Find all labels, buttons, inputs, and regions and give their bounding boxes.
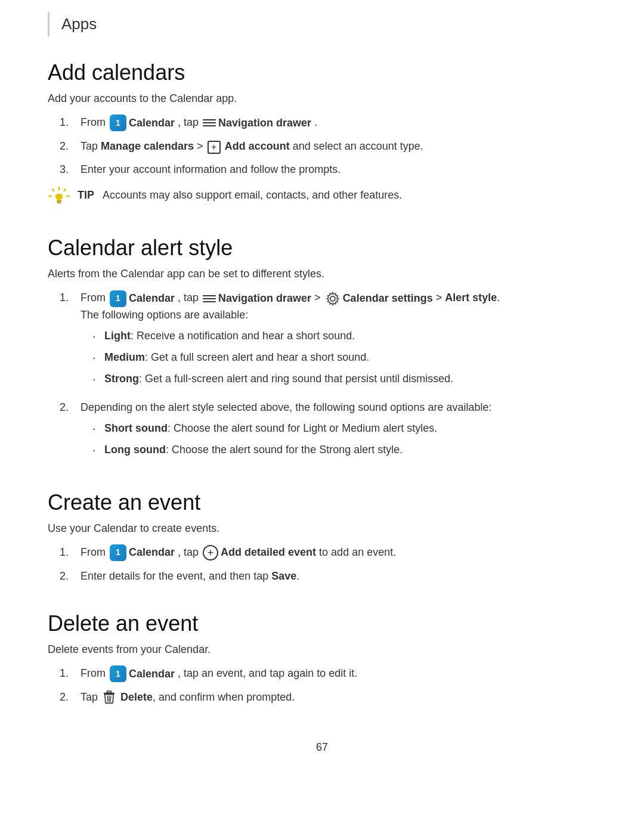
bullet-short-sound: · Short sound: Choose the alert sound fo… [92,420,596,437]
nav-drawer-icon [203,117,216,128]
tip-box: TIP Accounts may also support email, con… [48,187,596,209]
nav-drawer-wrap: Navigation drawer [202,115,311,131]
step-3-add-calendars: 3. Enter your account information and fo… [60,162,596,178]
list-content: From 1 Calendar , tap an event, and tap … [80,665,596,682]
short-sound-label: Short sound [104,422,168,434]
bullet-text: Medium: Get a full screen alert and hear… [104,349,369,366]
calendar-settings-label: Calendar settings [343,290,433,306]
delete-label: Delete [120,691,153,703]
svg-line-3 [52,190,54,191]
add-detailed-event-label: Add detailed event [221,544,316,561]
bullet-light: · Light: Receive a notification and hear… [92,328,596,345]
tip-lightbulb-icon [48,186,70,209]
list-content: Enter details for the event, and then ta… [80,568,596,584]
create-step-2: 2. Enter details for the event, and then… [60,568,596,584]
bullet-dot: · [92,419,104,437]
list-number: 2. [60,568,80,584]
bullet-medium: · Medium: Get a full screen alert and he… [92,349,596,366]
page-header: Apps [48,12,596,36]
calendar-app-icon: 1 [110,290,126,307]
list-number: 2. [60,400,80,416]
add-event-wrap: + Add detailed event [202,544,316,561]
bullet-text: Long sound: Choose the alert sound for t… [104,442,402,458]
list-number: 1. [60,114,80,131]
section-title-add-calendars: Add calendars [48,60,596,85]
bullet-text: Light: Receive a notification and hear a… [104,328,355,344]
list-content: Enter your account information and follo… [80,162,596,178]
calendar-label: Calendar [129,666,175,682]
svg-rect-8 [107,691,111,693]
list-content: From 1 Calendar , tap Navigation drawer … [80,114,596,131]
list-number: 2. [60,138,80,154]
nav-drawer-label: Navigation drawer [218,290,311,306]
nav-drawer-wrap: Navigation drawer [202,290,311,306]
svg-point-7 [330,296,335,301]
svg-line-1 [64,190,66,191]
section-intro-delete-event: Delete events from your Calendar. [48,643,596,656]
calendar-icon-wrap: 1 Calendar [109,544,175,561]
trash-icon [103,690,116,705]
list-content: Tap [80,689,596,705]
calendar-icon-wrap: 1 Calendar [109,290,175,307]
medium-label: Medium [104,351,145,363]
manage-calendars-label: Manage calendars [101,140,194,152]
page-title: Apps [61,15,97,33]
alert-style-label: Alert style [445,292,497,304]
list-number: 2. [60,689,80,705]
page-container: Apps Add calendars Add your accounts to … [0,0,644,801]
nav-drawer-label: Navigation drawer [218,115,311,131]
list-content: From 1 Calendar , tap Navigation drawer … [80,290,596,392]
delete-step-2: 2. Tap [60,689,596,705]
delete-step-1: 1. From 1 Calendar , tap an event, and t… [60,665,596,682]
alert-step-1: 1. From 1 Calendar , tap Navigation draw… [60,290,596,392]
nav-drawer-icon [203,293,216,304]
bullet-text: Short sound: Choose the alert sound for … [104,420,437,436]
calendar-icon-wrap: 1 Calendar [109,665,175,682]
alert-step-2: 2. Depending on the alert style selected… [60,400,596,463]
section-delete-event: Delete an event Delete events from your … [48,611,596,706]
list-content: From 1 Calendar , tap + Add detailed eve… [80,544,596,561]
section-intro-add-calendars: Add your accounts to the Calendar app. [48,92,596,105]
calendar-label: Calendar [129,290,175,306]
bullet-long-sound: · Long sound: Choose the alert sound for… [92,442,596,459]
calendar-app-icon: 1 [110,114,126,131]
step-2-add-calendars: 2. Tap Manage calendars > + Add account … [60,138,596,154]
tip-label: TIP [78,189,94,201]
calendar-icon-wrap: 1 Calendar [109,114,175,131]
light-label: Light [104,330,131,342]
calendar-label: Calendar [129,544,175,561]
list-number: 3. [60,162,80,178]
list-number: 1. [60,665,80,682]
bullet-dot: · [92,441,104,459]
trash-icon-wrap [102,690,116,705]
alert-style-steps: 1. From 1 Calendar , tap Navigation draw… [60,290,596,463]
bullet-text: Strong: Get a full-screen alert and ring… [104,371,453,387]
strong-label: Strong [104,373,139,385]
add-circle-icon: + [203,545,218,561]
svg-rect-6 [57,202,61,203]
settings-icon-wrap: Calendar settings [324,290,433,306]
section-intro-calendar-alert: Alerts from the Calendar app can be set … [48,268,596,280]
bullet-dot: · [92,348,104,366]
add-account-icon: + [208,141,221,154]
svg-rect-5 [57,200,61,202]
section-title-delete-event: Delete an event [48,611,596,636]
add-account-label: Add account [225,140,290,152]
calendar-label: Calendar [129,115,175,131]
delete-event-steps: 1. From 1 Calendar , tap an event, and t… [60,665,596,706]
list-content: Depending on the alert style selected ab… [80,400,596,463]
create-event-steps: 1. From 1 Calendar , tap + Add detailed … [60,544,596,584]
bullet-dot: · [92,327,104,345]
section-title-calendar-alert: Calendar alert style [48,236,596,261]
step-1-add-calendars: 1. From 1 Calendar , tap Navigation draw… [60,114,596,131]
list-content: Tap Manage calendars > + Add account and… [80,138,596,154]
create-step-1: 1. From 1 Calendar , tap + Add detailed … [60,544,596,561]
add-calendars-steps: 1. From 1 Calendar , tap Navigation draw… [60,114,596,178]
sound-options-list: · Short sound: Choose the alert sound fo… [80,420,596,459]
section-calendar-alert-style: Calendar alert style Alerts from the Cal… [48,236,596,463]
alert-options-list: · Light: Receive a notification and hear… [80,328,596,388]
calendar-app-icon: 1 [110,665,126,682]
long-sound-label: Long sound [104,444,166,456]
list-number: 1. [60,544,80,561]
section-create-event: Create an event Use your Calendar to cre… [48,490,596,584]
